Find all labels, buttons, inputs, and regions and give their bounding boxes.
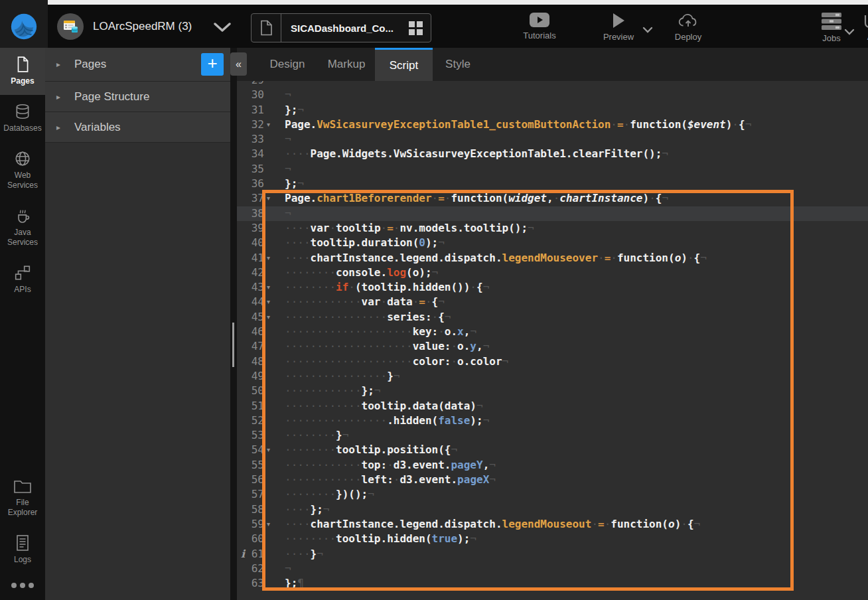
jobs-stack-icon <box>822 13 841 30</box>
code-line-62[interactable]: 62¬ <box>237 562 868 576</box>
grid-view-icon[interactable] <box>409 21 423 35</box>
line-number: 47 <box>237 339 264 354</box>
fold-arrow-icon[interactable]: ▾ <box>264 251 277 265</box>
code-line-60[interactable]: 60········tooltip.hidden(true);¬ <box>237 532 868 546</box>
fold-spacer <box>264 473 277 487</box>
open-page-tab[interactable]: SICADashboard_Co... <box>251 13 431 42</box>
tutorials-label: Tutorials <box>523 31 555 40</box>
code-line-31[interactable]: 31};¬ <box>237 103 868 117</box>
code-line-63[interactable]: 63};¶ <box>237 576 868 591</box>
code-line-45[interactable]: 45▾················series:·{¬ <box>237 310 868 325</box>
fold-arrow-icon[interactable]: ▾ <box>264 310 277 325</box>
sidebar-item-logs[interactable]: Logs <box>0 526 45 573</box>
expand-arrow-icon[interactable]: ▸ <box>56 92 60 102</box>
sidebar-item-web-services[interactable]: Web Services <box>0 142 45 199</box>
code-line-61[interactable]: 61i····}¬ <box>237 547 868 562</box>
fold-arrow-icon[interactable]: ▾ <box>264 295 277 309</box>
preview-play-icon <box>612 13 625 29</box>
sidebar-item-pages[interactable]: Pages <box>0 48 45 95</box>
fold-spacer <box>264 265 277 280</box>
code-line-42[interactable]: 42········console.log(o);¬ <box>237 265 868 280</box>
sidebar-item-label: Databases <box>1 123 44 133</box>
panel-section-pages[interactable]: ▸ Pages + <box>45 48 230 82</box>
code-line-56[interactable]: 56············left:·d3.event.pageX¬ <box>237 473 868 487</box>
code-line-36[interactable]: 36};¬ <box>237 177 868 191</box>
artifacts-button[interactable]: Art <box>856 13 868 42</box>
editor-tabstrip: Design Markup Script Style <box>237 48 868 81</box>
code-line-33[interactable]: 33¬ <box>237 132 868 147</box>
code-line-32[interactable]: 32▾Page.VwSicasurveyExceptionTable1_cust… <box>237 117 868 132</box>
code-text: ····chartInstance.legend.dispatch.legend… <box>277 517 700 532</box>
tab-design[interactable]: Design <box>259 48 316 81</box>
code-text: ¬ <box>277 562 291 576</box>
code-line-51[interactable]: 51············tooltip.data(data)¬ <box>237 399 868 413</box>
code-line-39[interactable]: 39····var·tooltip·=·nv.models.tooltip();… <box>237 221 868 236</box>
code-line-54[interactable]: 54▾········tooltip.position({¬ <box>237 443 868 457</box>
tab-style[interactable]: Style <box>433 48 483 81</box>
fold-spacer <box>264 103 277 117</box>
project-chevron-down-icon[interactable] <box>214 23 231 33</box>
code-line-46[interactable]: 46····················key:·o.x,¬ <box>237 325 868 339</box>
fold-arrow-icon[interactable]: ▾ <box>264 280 277 295</box>
code-line-40[interactable]: 40····tooltip.duration(0);¬ <box>237 236 868 250</box>
code-text: ····················color:·o.color¬ <box>277 354 508 369</box>
code-line-55[interactable]: 55············top:·d3.event.pageY,¬ <box>237 458 868 473</box>
jobs-button[interactable]: Jobs <box>817 13 846 43</box>
line-number: 45 <box>237 310 264 325</box>
section-title: Page Structure <box>74 90 149 104</box>
fold-arrow-icon[interactable]: ▾ <box>264 517 277 532</box>
code-line-41[interactable]: 41▾····chartInstance.legend.dispatch.leg… <box>237 251 868 265</box>
scrollbar-thumb[interactable] <box>232 323 234 367</box>
add-page-button[interactable]: + <box>201 53 224 76</box>
tab-markup[interactable]: Markup <box>318 48 375 81</box>
code-line-37[interactable]: 37▾Page.chart1Beforerender·=·function(wi… <box>237 191 868 206</box>
tab-script[interactable]: Script <box>375 48 433 81</box>
project-avatar[interactable] <box>57 13 84 40</box>
code-text: ········tooltip.position({¬ <box>277 443 457 457</box>
fold-arrow-icon[interactable]: ▾ <box>264 443 277 457</box>
expand-arrow-icon[interactable]: ▸ <box>56 60 60 69</box>
app-logo-button[interactable] <box>0 5 48 48</box>
top-bar: LOArcSpeedRM (3) SICADashboard_Co... Tut… <box>0 5 868 48</box>
sidebar-item-databases[interactable]: Databases <box>0 95 45 142</box>
code-line-53[interactable]: 53········}¬ <box>237 428 868 443</box>
code-line-29[interactable]: 29 <box>237 81 868 88</box>
code-line-47[interactable]: 47····················value:·o.y,¬ <box>237 339 868 354</box>
code-line-52[interactable]: 52················.hidden(false);¬ <box>237 413 868 428</box>
project-name[interactable]: LOArcSpeedRM (3) <box>93 5 192 48</box>
sidebar-item-file-explorer[interactable]: File Explorer <box>0 471 45 526</box>
code-line-38[interactable]: 38¬ <box>237 206 868 221</box>
code-text: Page.VwSicasurveyExceptionTable1_customB… <box>277 117 751 132</box>
preview-chevron-down-icon[interactable] <box>642 27 653 33</box>
code-line-43[interactable]: 43▾········if·(tooltip.hidden())·{¬ <box>237 280 868 295</box>
panel-divider <box>230 48 237 600</box>
code-line-30[interactable]: 30¬ <box>237 88 868 102</box>
sidebar-item-java-services[interactable]: Java Services <box>0 199 45 256</box>
code-line-44[interactable]: 44▾············var·data·=·{¬ <box>237 295 868 309</box>
code-line-50[interactable]: 50············};¬ <box>237 384 868 398</box>
tutorials-button[interactable]: Tutorials <box>518 13 561 40</box>
databases-icon <box>14 103 31 120</box>
fold-arrow-icon[interactable]: ▾ <box>264 117 277 132</box>
panel-section-page-structure[interactable]: ▸ Page Structure <box>45 82 230 112</box>
jobs-chevron-down-icon[interactable] <box>844 29 855 35</box>
fold-spacer <box>264 576 277 591</box>
code-line-35[interactable]: 35¬ <box>237 162 868 177</box>
line-number: 63 <box>237 576 264 591</box>
code-line-48[interactable]: 48····················color:·o.color¬ <box>237 354 868 369</box>
code-line-49[interactable]: 49················}¬ <box>237 369 868 384</box>
script-editor[interactable]: 2930¬31};¬32▾Page.VwSicasurveyExceptionT… <box>237 81 868 600</box>
sidebar-item-apis[interactable]: APIs <box>0 256 45 303</box>
fold-arrow-icon[interactable]: ▾ <box>264 191 277 206</box>
panel-section-variables[interactable]: ▸ Variables <box>45 112 230 143</box>
preview-button[interactable]: Preview <box>599 13 638 42</box>
deploy-button[interactable]: Deploy <box>669 13 707 42</box>
code-line-58[interactable]: 58····};¬ <box>237 502 868 517</box>
expand-arrow-icon[interactable]: ▸ <box>56 123 60 132</box>
code-line-59[interactable]: 59▾····chartInstance.legend.dispatch.leg… <box>237 517 868 532</box>
more-options-icon[interactable] <box>0 573 45 600</box>
collapse-panel-button[interactable]: « <box>230 52 247 76</box>
line-number: 62 <box>237 562 264 576</box>
code-line-57[interactable]: 57········})();¬ <box>237 487 868 502</box>
code-line-34[interactable]: 34····Page.Widgets.VwSicasurveyException… <box>237 147 868 161</box>
